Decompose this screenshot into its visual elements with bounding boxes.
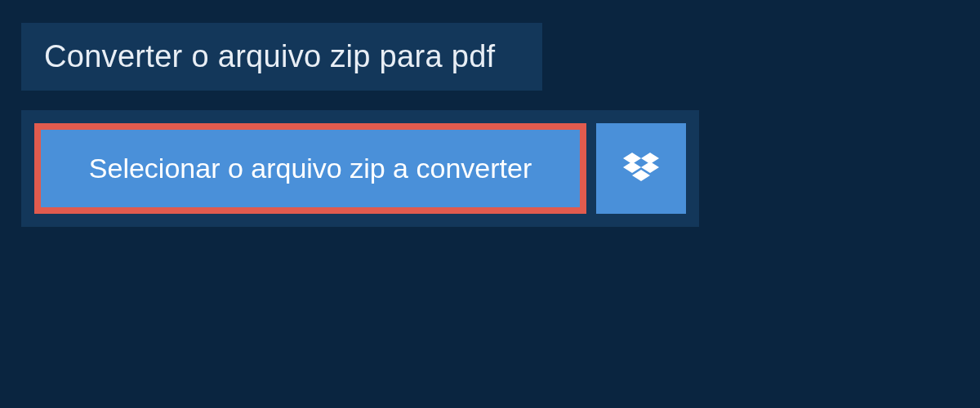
title-bar: Converter o arquivo zip para pdf (21, 23, 542, 91)
dropbox-icon (623, 153, 659, 185)
select-file-label: Selecionar o arquivo zip a converter (89, 153, 532, 184)
action-row: Selecionar o arquivo zip a converter (21, 110, 699, 227)
select-file-button[interactable]: Selecionar o arquivo zip a converter (34, 123, 586, 214)
converter-panel: Converter o arquivo zip para pdf Selecio… (21, 23, 699, 227)
dropbox-button[interactable] (596, 123, 686, 214)
page-title: Converter o arquivo zip para pdf (44, 39, 519, 74)
